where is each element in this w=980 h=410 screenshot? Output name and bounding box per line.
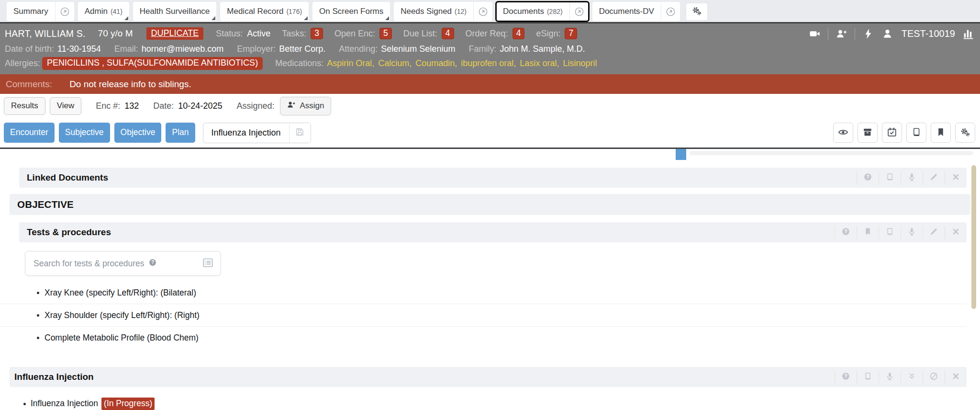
user-plus-icon[interactable] <box>835 28 847 40</box>
tab-count: (282) <box>547 8 563 15</box>
help-button[interactable]: ? <box>835 371 857 384</box>
help-icon: ? <box>148 258 157 269</box>
test-item[interactable]: Complete Metabolic Profile (Blood Chem) <box>0 327 967 349</box>
help-button[interactable]: ? <box>857 171 879 184</box>
demo-value: 11-30-1954 <box>57 44 101 54</box>
influenza-list: Influenza Injection(In Progress) <box>0 393 980 410</box>
note-title-input[interactable]: Influenza Injection <box>203 128 289 138</box>
section-title: Linked Documents <box>27 172 108 183</box>
microphone-button[interactable] <box>901 171 923 184</box>
external-link-icon[interactable] <box>661 2 680 21</box>
bookmark-button[interactable] <box>857 226 879 239</box>
bar-chart-icon[interactable] <box>962 28 974 40</box>
svg-text:?: ? <box>151 260 154 265</box>
lightning-icon[interactable] <box>862 28 874 40</box>
note-nav-objective-button[interactable]: Objective <box>114 123 162 143</box>
order-list-button[interactable] <box>202 257 214 270</box>
help-button[interactable]: ? <box>835 226 857 239</box>
save-note-title-button[interactable] <box>289 123 311 143</box>
note-nav-tools <box>833 123 975 143</box>
assign-button[interactable]: Assign <box>280 97 331 115</box>
tab-admin[interactable]: Admin(41) <box>78 2 129 21</box>
pencil-button[interactable] <box>923 171 945 184</box>
influenza-item[interactable]: Influenza Injection(In Progress) <box>0 393 967 410</box>
gears-icon <box>691 6 702 18</box>
count-badge[interactable]: 7 <box>565 28 577 39</box>
note-nav-encounter-button[interactable]: Encounter <box>4 123 55 143</box>
allergies-badge[interactable]: PENICILLINS , SULFA(SULFONAMIDE ANTIBIOT… <box>42 57 263 70</box>
tab-list: SummaryAdmin(41)Health SurveillanceMedic… <box>7 2 680 21</box>
book-button[interactable] <box>906 123 926 143</box>
medication-link[interactable]: Lasix oral, <box>520 58 559 68</box>
patient-name[interactable]: HART, WILLIAM S. <box>5 28 86 39</box>
section-linked-documents: Linked Documents ? <box>19 168 967 188</box>
vertical-scrollbar-thumb[interactable] <box>971 165 976 309</box>
status-value: Active <box>247 29 270 39</box>
close-icon <box>951 372 960 382</box>
video-camera-icon[interactable] <box>809 28 821 40</box>
patient-stats: Status:ActiveTasks:3Open Enc:5Due List:4… <box>216 28 577 39</box>
demo-family: Family:John M. Sample, M.D. <box>468 44 585 54</box>
test-item[interactable]: Xray Knee (specify Left/Right): (Bilater… <box>0 282 967 304</box>
book-icon <box>863 372 872 382</box>
external-link-icon[interactable] <box>55 2 74 21</box>
close-button[interactable] <box>945 226 967 239</box>
book-button[interactable] <box>857 371 879 384</box>
book-button[interactable] <box>879 226 901 239</box>
count-badge[interactable]: 4 <box>512 28 525 39</box>
count-badge[interactable]: 5 <box>379 28 392 39</box>
test-item[interactable]: Xray Shoulder (specify Left/Right): (Rig… <box>0 304 967 327</box>
field-enc: Enc #:132 <box>96 101 139 111</box>
view-button[interactable]: View <box>50 97 82 115</box>
archive-button[interactable] <box>858 123 878 143</box>
section-objective: OBJECTIVE <box>10 194 970 215</box>
tab-medical-record[interactable]: Medical Record(176) <box>220 2 309 21</box>
section-toolbar: ? <box>835 222 967 242</box>
chevron-double-down-button[interactable] <box>901 371 923 384</box>
note-nav-plan-button[interactable]: Plan <box>166 123 195 143</box>
bookmark-button[interactable] <box>931 123 951 143</box>
external-link-icon[interactable] <box>569 2 589 21</box>
tab-needs-signed[interactable]: Needs Signed(12) <box>394 2 492 21</box>
medication-link[interactable]: Lisinopril <box>563 58 597 68</box>
note-nav-subjective-button[interactable]: Subjective <box>59 123 110 143</box>
microphone-button[interactable] <box>901 226 923 239</box>
stat-label: Status: <box>216 29 243 39</box>
eye-button[interactable] <box>833 123 853 143</box>
tab-health-surveillance[interactable]: Health Surveillance <box>133 2 216 21</box>
tab-label: Documents <box>503 7 544 16</box>
close-button[interactable] <box>945 171 967 184</box>
tab-on-screen-forms[interactable]: On Screen Forms <box>312 2 390 21</box>
calendar-check-button[interactable] <box>882 123 902 143</box>
close-button[interactable] <box>945 371 967 384</box>
user-id-label[interactable]: TEST-10019 <box>902 28 955 39</box>
tests-search-input[interactable]: Search for tests & procedures ? <box>25 251 221 276</box>
medication-link[interactable]: Calcium, <box>378 58 412 68</box>
field-label: Enc #: <box>96 101 120 111</box>
tab-summary[interactable]: Summary <box>7 2 74 21</box>
medication-link[interactable]: Aspirin Oral, <box>327 58 374 68</box>
prohibited-button[interactable] <box>923 371 945 384</box>
tab-documents[interactable]: Documents(282) <box>496 2 589 21</box>
section-title: Influenza Injection <box>14 372 94 382</box>
horizontal-scrollbar-thumb[interactable] <box>676 149 686 160</box>
medication-link[interactable]: Coumadin, <box>415 58 457 68</box>
section-title: Tests & procedures <box>27 227 111 238</box>
tab-label: On Screen Forms <box>319 7 383 16</box>
user-icon[interactable] <box>881 28 893 40</box>
count-badge[interactable]: 3 <box>311 28 323 39</box>
microphone-button[interactable] <box>879 371 901 384</box>
medication-link[interactable]: ibuprofen oral, <box>461 58 516 68</box>
count-badge[interactable]: 4 <box>442 28 454 39</box>
tab-documents-dv[interactable]: Documents-DV <box>592 2 680 21</box>
gears-button[interactable] <box>955 123 975 143</box>
results-button[interactable]: Results <box>4 97 45 115</box>
tab-count: (41) <box>111 8 122 15</box>
book-button[interactable] <box>879 171 901 184</box>
duplicate-badge[interactable]: DUPLICATE <box>146 27 204 40</box>
tab-settings-button[interactable] <box>686 3 708 21</box>
external-link-icon[interactable] <box>473 2 492 21</box>
pencil-button[interactable] <box>923 226 945 239</box>
demo-value: Selenium Selenium <box>381 44 455 54</box>
horizontal-scrollbar-track[interactable] <box>690 151 973 155</box>
